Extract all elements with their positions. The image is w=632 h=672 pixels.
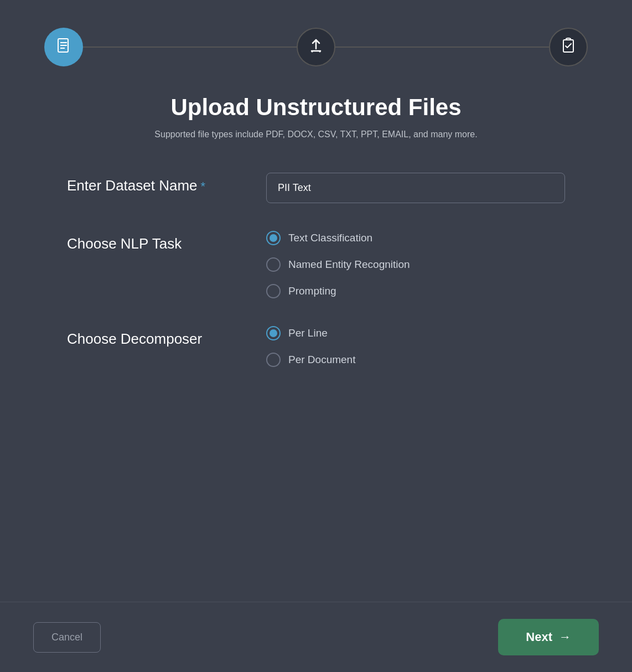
cancel-button[interactable]: Cancel — [33, 622, 101, 653]
upload-icon — [307, 37, 325, 58]
nlp-option-ner[interactable]: Named Entity Recognition — [266, 257, 565, 272]
nlp-ner-label: Named Entity Recognition — [288, 259, 410, 271]
progress-stepper — [44, 28, 588, 66]
clipboard-icon — [560, 37, 577, 58]
radio-per-line-outer — [266, 326, 281, 340]
radio-text-classification-inner — [270, 234, 277, 242]
nlp-task-radio-group: Text Classification Named Entity Recogni… — [266, 231, 565, 298]
radio-per-line-inner — [270, 329, 277, 337]
form-section: Enter Dataset Name* Choose NLP Task Text… — [67, 173, 565, 395]
step-line-1 — [83, 46, 297, 48]
step-2-upload — [297, 28, 335, 66]
nlp-option-prompting[interactable]: Prompting — [266, 284, 565, 298]
footer: Cancel Next → — [0, 602, 632, 672]
decomposer-radio-group: Per Line Per Document — [266, 326, 565, 367]
step-1-document — [44, 28, 83, 66]
nlp-task-label: Choose NLP Task — [67, 231, 244, 252]
next-button[interactable]: Next → — [498, 619, 599, 655]
radio-prompting-outer — [266, 284, 281, 298]
svg-point-4 — [312, 50, 313, 52]
page-title: Upload Unstructured Files — [170, 94, 461, 121]
document-icon — [55, 37, 72, 58]
svg-point-5 — [319, 50, 321, 52]
next-button-label: Next — [526, 630, 552, 644]
required-asterisk: * — [201, 179, 206, 193]
decomposer-row: Choose Decomposer Per Line Per Document — [67, 326, 565, 367]
nlp-prompting-label: Prompting — [288, 285, 336, 297]
dataset-name-input[interactable] — [266, 173, 565, 203]
step-3-clipboard — [549, 28, 588, 66]
dataset-label: Enter Dataset Name* — [67, 173, 244, 194]
nlp-text-classification-label: Text Classification — [288, 232, 372, 244]
decomposer-per-line-label: Per Line — [288, 327, 328, 339]
dataset-name-row: Enter Dataset Name* — [67, 173, 565, 203]
nlp-option-text-classification[interactable]: Text Classification — [266, 231, 565, 245]
next-arrow-icon: → — [559, 630, 571, 644]
step-line-2 — [335, 46, 549, 48]
nlp-task-row: Choose NLP Task Text Classification Name… — [67, 231, 565, 298]
radio-ner-outer — [266, 257, 281, 272]
radio-per-document-outer — [266, 353, 281, 367]
decomposer-label: Choose Decomposer — [67, 326, 244, 348]
radio-text-classification-outer — [266, 231, 281, 245]
page-subtitle: Supported file types include PDF, DOCX, … — [154, 130, 477, 139]
decomposer-option-per-line[interactable]: Per Line — [266, 326, 565, 340]
decomposer-per-document-label: Per Document — [288, 354, 355, 366]
decomposer-option-per-document[interactable]: Per Document — [266, 353, 565, 367]
